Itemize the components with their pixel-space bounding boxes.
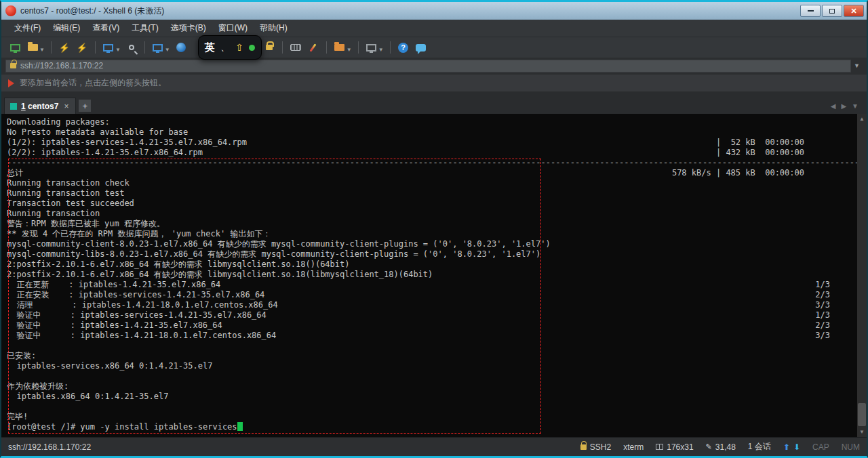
ime-status-overlay[interactable]: 英 、 ⇧ — [198, 35, 262, 60]
tab-scroll-right-icon[interactable]: ▶ — [841, 102, 846, 110]
highlighter-icon[interactable] — [305, 39, 321, 56]
tab-menu-icon[interactable]: ▼ — [852, 102, 859, 110]
terminal-line: 2:postfix-2.10.1-6.el7.x86_64 有缺少的需求 lib… — [7, 270, 857, 280]
connected-indicator-icon — [10, 103, 17, 110]
file-transfer-button[interactable]: ▼ — [332, 39, 353, 56]
terminal-line: ----------------------------------------… — [7, 158, 857, 168]
address-bar: ssh://192.168.1.170:22 ▼ — [1, 58, 867, 74]
menu-item-4[interactable]: 选项卡(B) — [165, 20, 212, 37]
window-title: centos7 - root@test:/ - Xshell 6 (未激活) — [20, 5, 164, 17]
toolbar: ▼ ⚡ ⚡ ▼ ▼ ⤢ ▼ ▼ — [1, 37, 867, 58]
info-text: 要添加当前会话，点击左侧的箭头按钮。 — [20, 77, 166, 89]
status-caps-lock: CAP — [812, 442, 829, 452]
status-protocol: SSH2 — [580, 442, 611, 452]
terminal-line: 2:postfix-2.10.1-6.el7.x86_64 有缺少的需求 lib… — [7, 259, 857, 270]
window-list-button[interactable]: ▼ — [363, 39, 385, 56]
menu-bar: 文件(F)编辑(E)查看(V)工具(T)选项卡(B)窗口(W)帮助(H) — [1, 20, 867, 37]
title-bar[interactable]: centos7 - root@test:/ - Xshell 6 (未激活) ✕ — [1, 2, 867, 20]
tab-bar: 1 centos7 × + ◀ ▶ ▼ — [1, 91, 867, 114]
ime-status-dot-icon — [249, 45, 255, 51]
new-window-button[interactable]: ▼ — [150, 39, 172, 56]
chevron-down-icon[interactable]: ▼ — [378, 47, 384, 53]
scroll-up-icon[interactable]: ▲ — [859, 114, 865, 124]
terminal-line: iptables-services.x86_64 0:1.4.21-35.el7 — [7, 361, 857, 371]
terminal-area[interactable]: Downloading packages:No Presto metadata … — [1, 114, 867, 437]
terminal-scrollbar[interactable]: ▲ ▼ — [857, 114, 867, 437]
chat-icon[interactable] — [413, 39, 429, 56]
terminal-line — [7, 371, 857, 381]
open-session-folder-icon[interactable] — [24, 39, 41, 56]
menu-item-5[interactable]: 窗口(W) — [212, 20, 254, 37]
terminal-cursor — [237, 422, 243, 431]
terminal-line: 验证中 : iptables-1.4.21-18.0.1.el7.centos.… — [7, 331, 857, 341]
ime-language-indicator[interactable]: 英 — [205, 41, 215, 54]
terminal-line: 已安装: — [7, 351, 857, 361]
globe-icon[interactable] — [173, 39, 189, 56]
close-button[interactable]: ✕ — [844, 5, 864, 17]
tab-centos7[interactable]: 1 centos7 × — [4, 98, 76, 114]
tab-scroll-left-icon[interactable]: ◀ — [831, 102, 836, 110]
window-list-icon[interactable] — [363, 39, 380, 56]
menu-item-0[interactable]: 文件(F) — [8, 20, 47, 37]
ime-punctuation-indicator[interactable]: 、 — [220, 41, 229, 54]
file-transfer-icon[interactable] — [332, 39, 348, 56]
terminal-line: 验证中 : iptables-services-1.4.21-35.el7.x8… — [7, 310, 857, 320]
menu-item-1[interactable]: 编辑(E) — [47, 20, 86, 37]
pencil-icon: ✎ — [706, 442, 712, 451]
download-arrow-icon[interactable]: ⬇ — [793, 442, 800, 452]
address-dropdown-icon[interactable]: ▼ — [851, 62, 863, 69]
status-terminal-size: 176x31 — [656, 442, 693, 452]
disconnect-icon[interactable]: ⚡ — [56, 39, 73, 56]
status-num-lock: NUM — [842, 442, 860, 452]
minimize-button[interactable] — [800, 5, 821, 17]
keyboard-icon[interactable] — [288, 39, 304, 56]
chevron-down-icon[interactable]: ▼ — [347, 47, 352, 53]
ime-shape-indicator[interactable]: ⇧ — [235, 42, 243, 53]
status-terminal-type: xterm — [623, 442, 644, 452]
terminal-line: Running transaction — [7, 209, 857, 219]
terminal-line: No Presto metadata available for base — [7, 127, 857, 138]
chevron-down-icon[interactable]: ▼ — [165, 47, 170, 53]
terminal-line: Downloading packages: — [7, 117, 857, 127]
xshell-app-icon — [5, 5, 16, 16]
scroll-down-icon[interactable]: ▼ — [859, 427, 865, 437]
chevron-down-icon[interactable]: ▼ — [115, 47, 121, 53]
terminal-line: 完毕! — [7, 412, 857, 422]
restore-button[interactable] — [822, 5, 842, 17]
lock-icon[interactable] — [261, 39, 277, 56]
terminal-line — [7, 341, 857, 351]
find-icon[interactable] — [123, 39, 140, 56]
menu-item-6[interactable]: 帮助(H) — [254, 20, 294, 37]
tab-close-icon[interactable]: × — [62, 102, 70, 111]
help-icon[interactable]: ? — [395, 39, 412, 56]
open-session-button[interactable]: ▼ — [24, 39, 46, 56]
lock-icon — [580, 444, 587, 450]
menu-item-3[interactable]: 工具(T) — [125, 20, 164, 37]
terminal-line: 总计578 kB/s | 485 kB 00:00:00 — [7, 168, 857, 178]
upload-arrow-icon[interactable]: ⬆ — [783, 442, 790, 452]
address-input[interactable]: ssh://192.168.1.170:22 — [5, 60, 851, 72]
xshell-window: centos7 - root@test:/ - Xshell 6 (未激活) ✕… — [0, 0, 868, 458]
terminal-line: Running transaction test — [7, 188, 857, 199]
terminal-line: (1/2): iptables-services-1.4.21-35.el7.x… — [7, 138, 857, 148]
menu-item-2[interactable]: 查看(V) — [86, 20, 125, 37]
chevron-down-icon[interactable]: ▼ — [39, 47, 45, 53]
new-window-icon[interactable] — [150, 39, 166, 56]
info-bar: 要添加当前会话，点击左侧的箭头按钮。 — [1, 74, 867, 91]
session-properties-button[interactable]: ▼ — [100, 39, 122, 56]
terminal-line: Running transaction check — [7, 178, 857, 188]
terminal-line — [7, 402, 857, 412]
terminal-line: iptables.x86_64 0:1.4.21-35.el7 — [7, 392, 857, 402]
status-session-count: 1 会话 — [748, 441, 771, 453]
scrollbar-thumb[interactable] — [858, 403, 866, 426]
lock-icon — [10, 63, 16, 68]
terminal-line: Transaction test succeeded — [7, 199, 857, 209]
address-value: ssh://192.168.1.170:22 — [20, 61, 103, 70]
session-properties-icon[interactable] — [100, 39, 117, 56]
reconnect-icon[interactable]: ⚡ — [74, 39, 90, 56]
terminal-output[interactable]: Downloading packages:No Presto metadata … — [1, 114, 857, 437]
new-session-icon[interactable] — [7, 39, 23, 56]
new-tab-button[interactable]: + — [79, 100, 91, 112]
terminal-line: ** 发现 4 个已存在的 RPM 数据库问题， 'yum check' 输出如… — [7, 229, 857, 239]
terminal-line: mysql-community-libs-8.0.23-1.el7.x86_64… — [7, 249, 857, 259]
